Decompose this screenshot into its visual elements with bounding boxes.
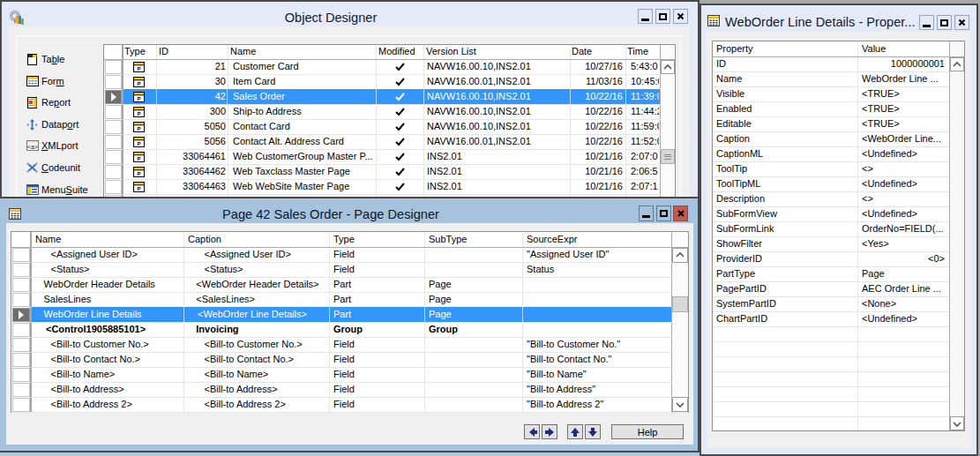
svg-text:P: P [137, 125, 140, 131]
svg-text:<a>: <a> [27, 144, 39, 151]
svg-text:P: P [137, 65, 140, 71]
svg-text:P: P [137, 155, 140, 161]
svg-text:P: P [137, 140, 140, 146]
svg-text:P: P [137, 95, 140, 101]
svg-text:P: P [137, 170, 140, 176]
svg-text:P: P [137, 110, 140, 116]
svg-text:P: P [137, 185, 140, 191]
svg-text:P: P [137, 80, 140, 86]
